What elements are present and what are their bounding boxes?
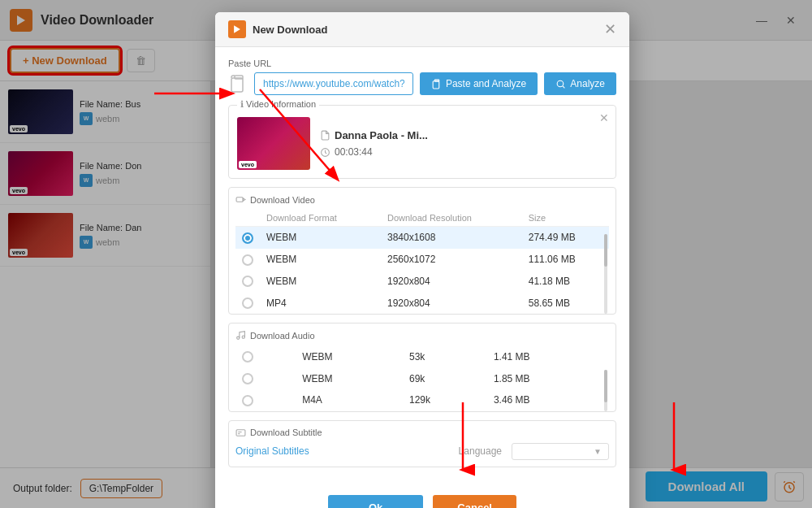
size-col-header: Size: [522, 210, 609, 227]
quality-cell: 53k: [403, 345, 487, 367]
radio-button[interactable]: [242, 276, 253, 287]
size-cell: 1.85 MB: [487, 367, 609, 389]
url-label: Paste URL: [228, 59, 616, 68]
modal-close-button[interactable]: ✕: [604, 22, 616, 37]
download-video-label: Download Video: [235, 194, 609, 205]
format-cell: WEBM: [260, 227, 381, 249]
svg-point-12: [237, 336, 240, 339]
audio-format-row[interactable]: WEBM 53k 1.41 MB: [235, 345, 609, 367]
audio-format-row[interactable]: WEBM 69k 1.85 MB: [235, 367, 609, 389]
url-input-row: Paste and Analyze Analyze: [228, 72, 616, 95]
clock-icon: [320, 147, 330, 158]
download-video-section: Download Video Download Format Download …: [228, 187, 616, 315]
modal-dialog: New Download ✕ Paste URL Paste and Analy…: [215, 12, 629, 508]
paste-icon-btn: [431, 79, 442, 89]
subtitle-icon: [235, 428, 246, 438]
svg-rect-6: [433, 80, 439, 88]
download-audio-section: Download Audio WEBM 53k 1.41 MB WEBM 69k…: [228, 323, 616, 411]
radio-button[interactable]: [242, 297, 253, 309]
audio-format-row[interactable]: M4A 129k 3.46 MB: [235, 389, 609, 411]
download-audio-label: Download Audio: [235, 330, 609, 341]
radio-button[interactable]: [242, 232, 253, 244]
format-cell: WEBM: [296, 345, 403, 367]
radio-button[interactable]: [242, 254, 253, 266]
format-cell: M4A: [296, 389, 403, 411]
format-col-header: Download Format: [260, 210, 381, 227]
scrollbar[interactable]: [604, 234, 607, 314]
audio-icon: [235, 330, 246, 341]
size-cell: 3.46 MB: [487, 389, 609, 411]
svg-marker-2: [234, 25, 240, 33]
svg-point-13: [242, 336, 244, 338]
resolution-cell: 2560x1072: [381, 249, 522, 271]
radio-col-header: [235, 210, 260, 227]
paste-and-analyze-button[interactable]: Paste and Analyze: [420, 72, 538, 95]
size-cell: 1.41 MB: [487, 345, 609, 367]
audio-scrollbar[interactable]: [604, 370, 607, 410]
svg-rect-14: [236, 430, 245, 436]
video-duration: 00:03:44: [320, 146, 607, 158]
scrollbar-thumb: [604, 234, 607, 267]
file-icon: [320, 130, 330, 141]
video-format-row[interactable]: WEBM 1920x804 41.18 MB: [235, 271, 609, 293]
video-details: Danna Paola - Mi... 00:03:44: [320, 129, 607, 158]
video-format-row[interactable]: WEBM 2560x1072 111.06 MB: [235, 249, 609, 271]
url-section: Paste URL Paste and Analyze Analyze: [228, 59, 616, 95]
radio-button[interactable]: [242, 373, 253, 384]
video-icon: [235, 194, 246, 205]
dropdown-chevron-icon: ▼: [594, 447, 602, 456]
ok-button[interactable]: Ok: [328, 495, 423, 508]
resolution-cell: 1920x804: [381, 292, 522, 314]
subtitle-row: Original Subtitles Language ▼: [235, 443, 609, 460]
format-cell: WEBM: [296, 367, 403, 389]
original-subtitles-link[interactable]: Original Subtitles: [235, 445, 309, 457]
video-name: Danna Paola - Mi...: [320, 129, 607, 141]
modal-title: New Download: [253, 24, 598, 36]
format-cell: WEBM: [260, 249, 381, 271]
quality-cell: 129k: [403, 389, 487, 411]
paste-icon: [228, 74, 248, 93]
audio-scrollbar-thumb: [604, 370, 607, 402]
size-cell: 58.65 MB: [522, 292, 609, 314]
modal-body: Paste URL Paste and Analyze Analyze: [215, 47, 629, 487]
resolution-cell: 1920x804: [381, 271, 522, 293]
search-icon: [555, 79, 566, 89]
size-cell: 274.49 MB: [522, 227, 609, 249]
download-subtitle-label: Download Subtitle: [235, 428, 609, 438]
radio-button[interactable]: [242, 395, 253, 406]
audio-format-table: WEBM 53k 1.41 MB WEBM 69k 1.85 MB M4A 12…: [235, 345, 609, 410]
modal-footer: Ok Cancel: [215, 487, 629, 508]
video-info-section: ℹ Video Information ✕ vevo Danna Paola -…: [228, 105, 616, 179]
language-dropdown[interactable]: ▼: [512, 443, 609, 460]
svg-point-7: [557, 80, 564, 87]
svg-line-8: [563, 85, 564, 87]
format-cell: MP4: [260, 292, 381, 314]
video-format-row[interactable]: MP4 1920x804 58.65 MB: [235, 292, 609, 314]
video-info-label: ℹ Video Information: [237, 99, 319, 110]
resolution-col-header: Download Resolution: [381, 210, 522, 227]
svg-rect-4: [231, 78, 243, 92]
quality-cell: 69k: [403, 367, 487, 389]
modal-logo: [228, 20, 246, 38]
svg-marker-11: [243, 198, 245, 201]
analyze-button[interactable]: Analyze: [544, 72, 616, 95]
format-cell: WEBM: [260, 271, 381, 293]
app-window: Video Downloader — ✕ + New Download 🗑 ve…: [0, 0, 812, 508]
cancel-button[interactable]: Cancel: [433, 495, 516, 508]
video-format-row[interactable]: WEBM 3840x1608 274.49 MB: [235, 227, 609, 249]
url-input[interactable]: [254, 72, 413, 95]
resolution-cell: 3840x1608: [381, 227, 522, 249]
format-table: Download Format Download Resolution Size…: [235, 210, 609, 314]
download-subtitle-section: Download Subtitle Original Subtitles Lan…: [228, 420, 616, 467]
video-thumbnail: vevo: [237, 117, 310, 170]
svg-rect-10: [236, 198, 243, 202]
video-info-close-button[interactable]: ✕: [599, 112, 609, 124]
language-label: Language: [459, 445, 502, 457]
size-cell: 41.18 MB: [522, 271, 609, 293]
modal-header: New Download ✕: [215, 12, 629, 47]
radio-button[interactable]: [242, 351, 253, 363]
size-cell: 111.06 MB: [522, 249, 609, 271]
